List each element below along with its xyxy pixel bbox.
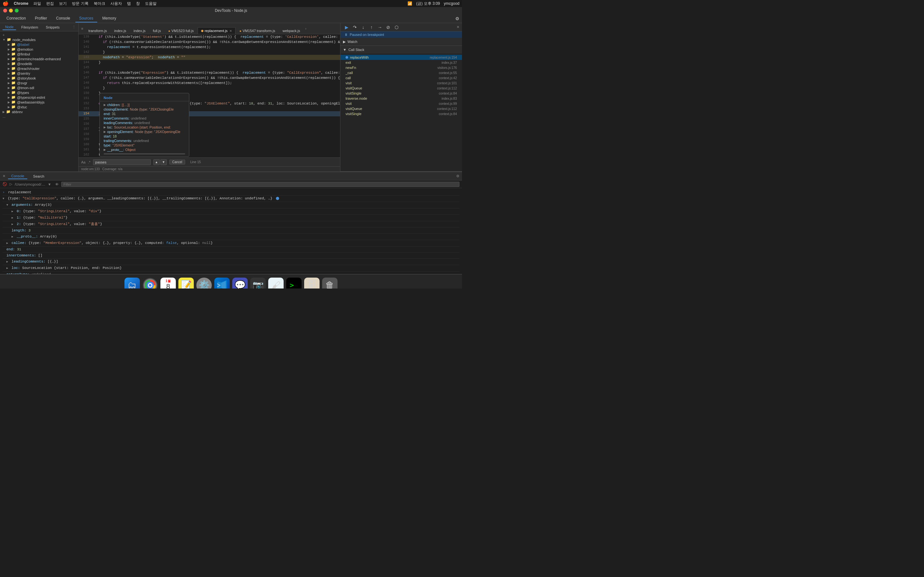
call-stack-section-header[interactable]: ▼ Call Stack: [341, 46, 462, 53]
console-visibility-icon[interactable]: 👁: [55, 182, 59, 186]
tooltip-row-trailing[interactable]: trailingComments: undefined: [100, 139, 189, 143]
expand-icon[interactable]: ▶: [6, 242, 8, 245]
resume-button[interactable]: ▶: [343, 24, 350, 31]
tab-memory[interactable]: Memory: [99, 15, 120, 23]
add-folder-button[interactable]: +: [0, 33, 78, 37]
callstack-item-visitsingle2[interactable]: visitSingle context.js:84: [341, 111, 462, 116]
console-item-obj[interactable]: ▼ {type: "CallExpression", callee: {…}, …: [3, 195, 459, 202]
close-window-button[interactable]: [3, 9, 7, 13]
tooltip-row-type[interactable]: type: "JSXElement": [100, 143, 189, 147]
bottom-tab-search[interactable]: Search: [30, 174, 47, 179]
console-filter-input[interactable]: [61, 182, 459, 187]
menu-users[interactable]: 사용자: [110, 1, 122, 6]
tree-item-more[interactable]: ...: [0, 114, 78, 119]
tree-item-xtuc[interactable]: ▶ 📁 @xtuc: [0, 105, 78, 109]
tree-item-babel[interactable]: ▶ 📁 @babel: [0, 42, 78, 47]
app-name[interactable]: Chrome: [14, 1, 28, 6]
console-top-level-icon[interactable]: ▷: [10, 182, 12, 186]
tree-item-node-modules[interactable]: ▼ 📁 node_modules: [0, 37, 78, 42]
tab-profiler[interactable]: Profiler: [31, 15, 51, 23]
expand-icon[interactable]: ▶: [11, 216, 13, 219]
tree-item-typescript-eslint[interactable]: ▶ 📁 @typescript-eslint: [0, 95, 78, 100]
dock-settings[interactable]: ⚙️: [196, 277, 212, 289]
menu-bookmarks[interactable]: 북마크: [94, 1, 105, 6]
tooltip-row-proto[interactable]: ▶ __proto__: Object: [100, 147, 189, 152]
file-tab-webpack[interactable]: webpack.js: [279, 27, 304, 34]
step-button[interactable]: →: [376, 24, 383, 31]
file-tab-vm1547[interactable]: ● VM1547 transform.js: [236, 27, 279, 34]
apple-menu[interactable]: 🍎: [3, 1, 9, 6]
menu-history[interactable]: 방문 기록: [72, 1, 88, 6]
maximize-window-button[interactable]: [15, 9, 19, 13]
dock-chrome[interactable]: [142, 277, 158, 289]
sidebar-tab-filesystem[interactable]: Filesystem: [19, 25, 41, 30]
console-item-arg0[interactable]: ▶ 0: {type: "StringLiteral", value: "div…: [3, 208, 459, 215]
dock-archive[interactable]: 🗄: [304, 277, 320, 289]
close-all-tabs-icon[interactable]: ≡: [80, 27, 84, 31]
console-item-proto-array[interactable]: ▶ __proto__: Array(0): [3, 234, 459, 240]
more-tabs-icon[interactable]: ›: [304, 27, 308, 31]
tree-item-webassemblyjs[interactable]: ▶ 📁 @webassemblyjs: [0, 100, 78, 105]
file-tab-index2[interactable]: index.js: [130, 27, 149, 34]
step-out-button[interactable]: ↑: [368, 24, 375, 31]
dock-calendar[interactable]: 1월 8: [160, 277, 176, 289]
console-item-arguments[interactable]: ▼ arguments: Array(3): [3, 202, 459, 208]
menu-help[interactable]: 도움말: [145, 1, 157, 6]
dock-notes[interactable]: 📝: [178, 277, 194, 289]
sidebar-tab-node[interactable]: Node: [3, 24, 16, 30]
expand-icon[interactable]: ▶: [11, 210, 13, 213]
tree-item-svgr[interactable]: ▶ 📁 @svgr: [0, 81, 78, 85]
tab-sources[interactable]: Sources: [75, 15, 97, 23]
callstack-item-exit[interactable]: exit index.js:37: [341, 60, 462, 65]
search-next-button[interactable]: ▼: [160, 159, 167, 165]
tree-item-emotion[interactable]: ▶ 📁 @emotion: [0, 47, 78, 52]
file-tab-full[interactable]: full.js: [149, 27, 164, 34]
bottom-close-icon[interactable]: ✕: [3, 174, 5, 178]
tree-item-reach[interactable]: ▶ 📁 @reach/router: [0, 66, 78, 71]
pause-on-exception-button[interactable]: ⬡: [393, 24, 400, 31]
tooltip-row-innercomments[interactable]: innerComments: undefined: [100, 116, 189, 121]
tab-connection[interactable]: Connection: [3, 15, 30, 23]
menu-file[interactable]: 파일: [33, 1, 41, 6]
file-tab-replacement[interactable]: replacement.js ✕: [198, 27, 236, 34]
dock-terminal[interactable]: >_: [286, 277, 302, 289]
sidebar-tab-snippets[interactable]: Snippets: [43, 25, 62, 30]
tree-item-sentry[interactable]: ▶ 📁 @sentry: [0, 71, 78, 76]
expand-icon[interactable]: ▶: [6, 260, 8, 263]
step-into-button[interactable]: ↓: [360, 24, 367, 31]
menu-tab[interactable]: 탭: [127, 1, 131, 6]
console-item-callee[interactable]: ▶ callee: {type: "MemberExpression", obj…: [3, 240, 459, 247]
callstack-item-visitqueue1[interactable]: visitQueue context.js:112: [341, 85, 462, 91]
callstack-item-call[interactable]: call context.js:42: [341, 75, 462, 81]
tree-item-mrminc[interactable]: ▶ 📁 @mrminc/readdir-enhanced: [0, 56, 78, 61]
path-dropdown-icon[interactable]: ▼: [48, 182, 51, 186]
callstack-item-visitsingle1[interactable]: visitSingle context.js:84: [341, 91, 462, 96]
callstack-item-visit2[interactable]: visit context.js:99: [341, 101, 462, 106]
callstack-item-call-priv[interactable]: _call context.js:55: [341, 70, 462, 75]
expand-icon[interactable]: ▶: [11, 235, 13, 239]
expand-icon[interactable]: ▶: [6, 267, 8, 270]
console-item-arg1[interactable]: ▶ 1: {type: "NullLiteral"}: [3, 215, 459, 221]
callstack-item-visit1[interactable]: visit context.js:101: [341, 81, 462, 85]
file-tab-transform[interactable]: transform.js: [85, 27, 110, 34]
tree-item-abbrev[interactable]: ▶ 📁 abbrev: [0, 109, 78, 114]
tree-item-fimbul[interactable]: ▶ 📁 @fimbul: [0, 52, 78, 56]
tree-item-tmon[interactable]: ▶ 📁 @tmon-sdl: [0, 85, 78, 90]
file-tab-index1[interactable]: index.js: [111, 27, 129, 34]
dock-finder[interactable]: 🗂: [124, 277, 140, 289]
console-item-arg2[interactable]: ▶ 2: {type: "StringLiteral", value: "홈홈"…: [3, 221, 459, 227]
watch-section-header[interactable]: ▶ Watch: [341, 38, 462, 45]
tree-item-types[interactable]: ▶ 📁 @types: [0, 90, 78, 95]
console-item-leadingcomments[interactable]: ▶ leadingComments: [{…}]: [3, 259, 459, 265]
tooltip-row-opening[interactable]: ▶ openingElement: Node {type: "JSXOpenin…: [100, 129, 189, 134]
tree-item-nodelib[interactable]: ▶ 📁 @nodelib: [0, 61, 78, 66]
close-debugger-icon[interactable]: ✕: [457, 25, 459, 29]
expand-icon[interactable]: ▼: [3, 197, 4, 200]
console-clear-icon[interactable]: 🚫: [3, 182, 7, 186]
callstack-item-traverse[interactable]: traverse.node index.js:83: [341, 96, 462, 101]
tab-console[interactable]: Console: [52, 15, 74, 23]
tooltip-row-loc[interactable]: ▶ loc: SourceLocation {start: Position, …: [100, 125, 189, 129]
settings-icon[interactable]: ⚙: [456, 174, 459, 178]
dock-vscode[interactable]: [214, 277, 230, 289]
menu-view[interactable]: 보기: [59, 1, 67, 6]
